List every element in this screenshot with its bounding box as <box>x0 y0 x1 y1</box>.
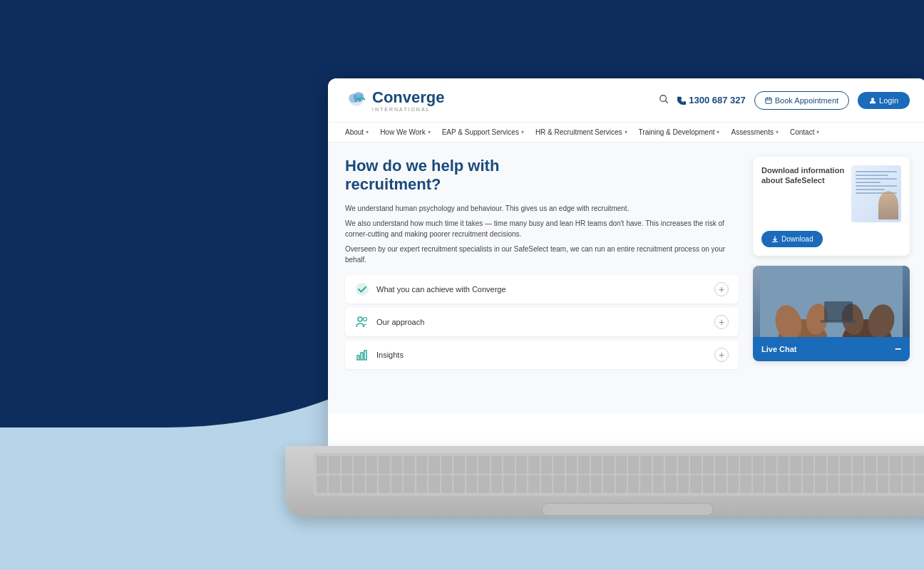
accordion-left-insights: Insights <box>355 348 404 362</box>
chat-image-inner <box>753 266 910 337</box>
search-icon <box>659 94 669 104</box>
nav-about-label: About <box>345 128 364 136</box>
nav-eap[interactable]: EAP & Support Services ▾ <box>442 128 524 136</box>
accordion-item-approach[interactable]: Our approach + <box>345 308 739 336</box>
live-chat-label: Live Chat <box>761 345 797 353</box>
nav-training[interactable]: Training & Development ▾ <box>639 128 720 136</box>
paragraph-2: We also understand how much time it take… <box>345 218 739 239</box>
svg-rect-14 <box>357 356 359 360</box>
phone-number: 1300 687 327 <box>677 95 746 105</box>
person-img <box>878 191 898 219</box>
nav-about[interactable]: About ▾ <box>345 128 369 136</box>
accordion-toggle-approach[interactable]: + <box>714 315 729 329</box>
login-label: Login <box>879 96 898 105</box>
nav-how-label: How We Work <box>380 128 426 136</box>
safeselect-title: Download information about SafeSelect <box>761 165 846 186</box>
nav-hr-label: HR & Recruitment Services <box>535 128 622 136</box>
logo-text-group: Converge INTERNATIONAL <box>372 88 444 112</box>
nav-eap-label: EAP & Support Services <box>442 128 519 136</box>
nav-contact-arrow: ▾ <box>816 129 819 135</box>
svg-rect-25 <box>824 301 853 321</box>
laptop-base <box>285 446 924 517</box>
chat-people-image <box>760 266 903 337</box>
svg-point-11 <box>356 283 369 296</box>
calendar-icon <box>765 97 772 104</box>
nav-training-arrow: ▾ <box>717 129 719 135</box>
nav-eap-arrow: ▾ <box>521 129 524 135</box>
laptop-screen: Converge INTERNATIONAL 1300 687 327 <box>328 78 924 449</box>
accordion-left-achieve: What you can achieve with Converge <box>355 282 506 296</box>
title-line1: How do we help with <box>345 157 499 175</box>
accordion-item-achieve[interactable]: What you can achieve with Converge + <box>345 275 739 304</box>
page-title: How do we help with recruitment? <box>345 157 739 195</box>
content-right: Download information about SafeSelect <box>753 157 910 399</box>
people-icon <box>355 315 369 329</box>
user-icon <box>869 97 876 104</box>
accordion-label-insights: Insights <box>376 351 404 359</box>
nav-hr-arrow: ▾ <box>625 129 627 135</box>
svg-point-12 <box>358 317 362 321</box>
accordion-toggle-insights[interactable]: + <box>714 348 729 362</box>
accordion-label-approach: Our approach <box>376 318 424 326</box>
laptop: Converge INTERNATIONAL 1300 687 327 <box>328 78 924 549</box>
download-button[interactable]: Download <box>761 231 823 247</box>
phone-text: 1300 687 327 <box>689 95 746 105</box>
accordion-toggle-achieve[interactable]: + <box>714 282 729 296</box>
accordion: What you can achieve with Converge + <box>345 275 739 369</box>
laptop-keyboard <box>314 453 924 496</box>
laptop-touchpad <box>542 503 713 516</box>
paragraph-3: Overseen by our expert recruitment speci… <box>345 244 739 265</box>
header-actions: 1300 687 327 Book Appointment <box>659 91 910 110</box>
nav-training-label: Training & Development <box>639 128 715 136</box>
nav-contact[interactable]: Contact ▾ <box>790 128 819 136</box>
nav-contact-label: Contact <box>790 128 814 136</box>
chat-image <box>753 266 910 337</box>
book-appointment-button[interactable]: Book Appointment <box>754 91 849 110</box>
logo-subtitle: INTERNATIONAL <box>372 107 444 112</box>
accordion-label-achieve: What you can achieve with Converge <box>376 285 506 294</box>
accordion-item-insights[interactable]: Insights + <box>345 341 739 369</box>
nav-how-we-work[interactable]: How We Work ▾ <box>380 128 431 136</box>
paragraph-1: We understand human psychology and behav… <box>345 203 739 214</box>
chat-minimize-icon[interactable]: − <box>895 343 901 356</box>
checkmark-icon <box>355 282 369 296</box>
svg-rect-16 <box>364 351 366 360</box>
svg-rect-6 <box>766 98 771 103</box>
search-button[interactable] <box>659 94 669 106</box>
svg-point-10 <box>871 98 874 100</box>
nav-assessments[interactable]: Assessments ▾ <box>731 128 778 136</box>
book-label: Book Appointment <box>775 96 838 105</box>
nav-hr[interactable]: HR & Recruitment Services ▾ <box>535 128 627 136</box>
safeselect-body: Download information about SafeSelect <box>753 157 910 231</box>
chart-icon <box>355 348 369 362</box>
main-nav: About ▾ How We Work ▾ EAP & Support Serv… <box>328 123 924 142</box>
live-chat-card[interactable]: Live Chat − <box>753 266 910 361</box>
logo: Converge INTERNATIONAL <box>345 88 444 112</box>
svg-line-5 <box>665 100 667 103</box>
main-content: How do we help with recruitment? We unde… <box>328 142 924 413</box>
logo-icon <box>345 89 368 112</box>
chat-bar: Live Chat − <box>753 337 910 361</box>
safeselect-image <box>851 165 901 222</box>
download-label: Download <box>781 235 813 243</box>
svg-point-3 <box>359 93 363 98</box>
logo-name: Converge <box>372 88 444 107</box>
download-icon <box>771 236 779 243</box>
accordion-left-approach: Our approach <box>355 315 424 329</box>
svg-rect-15 <box>361 353 363 360</box>
svg-point-13 <box>364 317 367 321</box>
site-header: Converge INTERNATIONAL 1300 687 327 <box>328 78 924 123</box>
content-left: How do we help with recruitment? We unde… <box>345 157 739 399</box>
safeselect-text: Download information about SafeSelect <box>761 165 846 222</box>
safeselect-card: Download information about SafeSelect <box>753 157 910 256</box>
nav-about-arrow: ▾ <box>366 129 369 135</box>
nav-assessments-arrow: ▾ <box>776 129 779 135</box>
nav-how-arrow: ▾ <box>428 129 431 135</box>
phone-icon <box>677 96 686 105</box>
nav-assessments-label: Assessments <box>731 128 773 136</box>
login-button[interactable]: Login <box>858 92 910 109</box>
svg-rect-26 <box>821 320 856 323</box>
title-line2: recruitment? <box>345 175 441 193</box>
